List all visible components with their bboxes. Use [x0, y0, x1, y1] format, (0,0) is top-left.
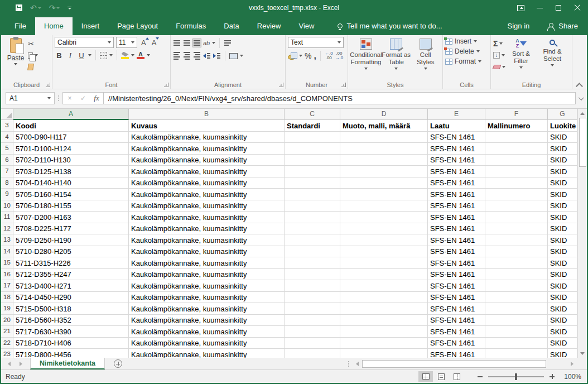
row-number[interactable]: 23	[1, 349, 13, 358]
cell-B22[interactable]: Kaukolämpökannake, kuumasinkitty	[129, 338, 285, 349]
accounting-format-button[interactable]	[288, 52, 302, 59]
cell-B14[interactable]: Kaukolämpökannake, kuumasinkitty	[129, 246, 285, 258]
name-box[interactable]: A1	[6, 92, 55, 104]
row-number[interactable]: 19	[1, 303, 13, 315]
zoom-slider-thumb[interactable]	[515, 373, 517, 380]
cell-E13[interactable]: SFS-EN 1461	[428, 234, 485, 246]
underline-button[interactable]: U	[77, 51, 86, 60]
row-number[interactable]: 13	[1, 234, 13, 246]
decrease-decimal-button[interactable]: .00→.0	[335, 51, 344, 60]
cell-F22[interactable]	[485, 338, 548, 349]
cell-A16[interactable]: 5712-D355-H247	[13, 269, 129, 281]
undo-button[interactable]: ↶	[30, 4, 41, 12]
cell-E22[interactable]: SFS-EN 1461	[428, 338, 485, 349]
cell-A10[interactable]: 5706-D180-H155	[13, 200, 129, 212]
grow-font-button[interactable]: A	[139, 39, 148, 47]
cell-C11[interactable]	[285, 212, 340, 223]
cell-C22[interactable]	[285, 338, 340, 349]
cell-A12[interactable]: 5708-D225-H177	[13, 223, 129, 235]
cell-E4[interactable]: SFS-EN 1461	[428, 132, 485, 143]
increase-indent-button[interactable]	[213, 52, 221, 60]
cell-C5[interactable]	[285, 143, 340, 155]
cell-E3[interactable]: Laatu	[428, 120, 485, 132]
cell-G7[interactable]: SKID	[548, 166, 577, 177]
cell-C8[interactable]	[285, 177, 340, 189]
row-number[interactable]: 21	[1, 326, 13, 338]
column-header-F[interactable]: F	[485, 109, 548, 120]
font-dialog-launcher[interactable]	[164, 83, 168, 87]
cell-B8[interactable]: Kaukolämpökannake, kuumasinkitty	[129, 177, 285, 189]
cell-B11[interactable]: Kaukolämpökannake, kuumasinkitty	[129, 212, 285, 223]
cell-E19[interactable]: SFS-EN 1461	[428, 303, 485, 315]
formula-input[interactable]: //Minister/testing/26_0/Next/FIN/vxg4_sr…	[103, 92, 576, 104]
paste-button[interactable]: Paste	[3, 37, 28, 80]
sheet-tab-nimiketietokanta[interactable]: Nimiketietokanta	[30, 358, 105, 369]
cell-D14[interactable]	[340, 246, 428, 258]
cell-E8[interactable]: SFS-EN 1461	[428, 177, 485, 189]
cell-C14[interactable]	[285, 246, 340, 258]
cell-D6[interactable]	[340, 155, 428, 166]
cell-G18[interactable]: SKID	[548, 292, 577, 304]
cell-C20[interactable]	[285, 315, 340, 327]
scroll-left-button[interactable]	[353, 358, 362, 369]
format-cells-button[interactable]: Format	[445, 57, 488, 65]
column-header-A[interactable]: A	[13, 109, 129, 120]
borders-button[interactable]	[100, 52, 113, 59]
cell-C19[interactable]	[285, 303, 340, 315]
clipboard-dialog-launcher[interactable]	[46, 83, 50, 87]
scroll-right-button[interactable]	[567, 358, 577, 369]
horizontal-scroll-thumb[interactable]	[362, 360, 546, 368]
alignment-dialog-launcher[interactable]	[279, 83, 283, 87]
normal-view-button[interactable]	[418, 371, 433, 382]
cell-G21[interactable]: SKID	[548, 326, 577, 338]
cell-G22[interactable]: SKID	[548, 338, 577, 349]
cell-B10[interactable]: Kaukolämpökannake, kuumasinkitty	[129, 200, 285, 212]
cell-D5[interactable]	[340, 143, 428, 155]
cell-A9[interactable]: 5705-D160-H154	[13, 189, 129, 200]
cell-G9[interactable]: SKID	[548, 189, 577, 200]
cell-F17[interactable]	[485, 280, 548, 292]
cell-B18[interactable]: Kaukolämpökannake, kuumasinkitty	[129, 292, 285, 304]
cell-G16[interactable]: SKID	[548, 269, 577, 281]
cell-A8[interactable]: 5704-D140-H140	[13, 177, 129, 189]
cell-B12[interactable]: Kaukolämpökannake, kuumasinkitty	[129, 223, 285, 235]
cell-G3[interactable]: Luokite	[548, 120, 577, 132]
tab-view[interactable]: View	[290, 17, 323, 35]
cell-E9[interactable]: SFS-EN 1461	[428, 189, 485, 200]
sort-filter-button[interactable]: AZ Sort & Filter	[505, 37, 537, 80]
cell-B16[interactable]: Kaukolämpökannake, kuumasinkitty	[129, 269, 285, 281]
cell-A6[interactable]: 5702-D110-H130	[13, 155, 129, 166]
cell-D17[interactable]	[340, 280, 428, 292]
tab-scrollbar-splitter[interactable]	[348, 358, 349, 369]
cell-C17[interactable]	[285, 280, 340, 292]
cell-G17[interactable]: SKID	[548, 280, 577, 292]
row-number[interactable]: 17	[1, 280, 13, 292]
column-header-C[interactable]: C	[285, 109, 340, 120]
row-number[interactable]: 22	[1, 338, 13, 349]
cell-A15[interactable]: 5711-D315-H226	[13, 257, 129, 269]
cell-C3[interactable]: Standardi	[285, 120, 340, 132]
next-sheet-button[interactable]	[20, 362, 22, 366]
autosum-button[interactable]: Σ	[493, 39, 505, 48]
cell-A11[interactable]: 5707-D200-H163	[13, 212, 129, 223]
row-number[interactable]: 7	[1, 166, 13, 177]
cell-E12[interactable]: SFS-EN 1461	[428, 223, 485, 235]
cell-B7[interactable]: Kaukolämpökannake, kuumasinkitty	[129, 166, 285, 177]
cell-E17[interactable]: SFS-EN 1461	[428, 280, 485, 292]
cell-B9[interactable]: Kaukolämpökannake, kuumasinkitty	[129, 189, 285, 200]
tab-insert[interactable]: Insert	[73, 17, 109, 35]
cell-F15[interactable]	[485, 257, 548, 269]
cell-D3[interactable]: Muoto, malli, määrä	[340, 120, 428, 132]
cell-A22[interactable]: 5718-D710-H406	[13, 338, 129, 349]
cell-C10[interactable]	[285, 200, 340, 212]
cell-D16[interactable]	[340, 269, 428, 281]
decrease-indent-button[interactable]	[203, 52, 211, 60]
cell-F6[interactable]	[485, 155, 548, 166]
cell-D15[interactable]	[340, 257, 428, 269]
merge-center-button[interactable]	[229, 53, 243, 59]
cell-A7[interactable]: 5703-D125-H138	[13, 166, 129, 177]
cell-A19[interactable]: 5715-D500-H318	[13, 303, 129, 315]
cell-C13[interactable]	[285, 234, 340, 246]
cell-B20[interactable]: Kaukolämpökannake, kuumasinkitty	[129, 315, 285, 327]
cell-B21[interactable]: Kaukolämpökannake, kuumasinkitty	[129, 326, 285, 338]
